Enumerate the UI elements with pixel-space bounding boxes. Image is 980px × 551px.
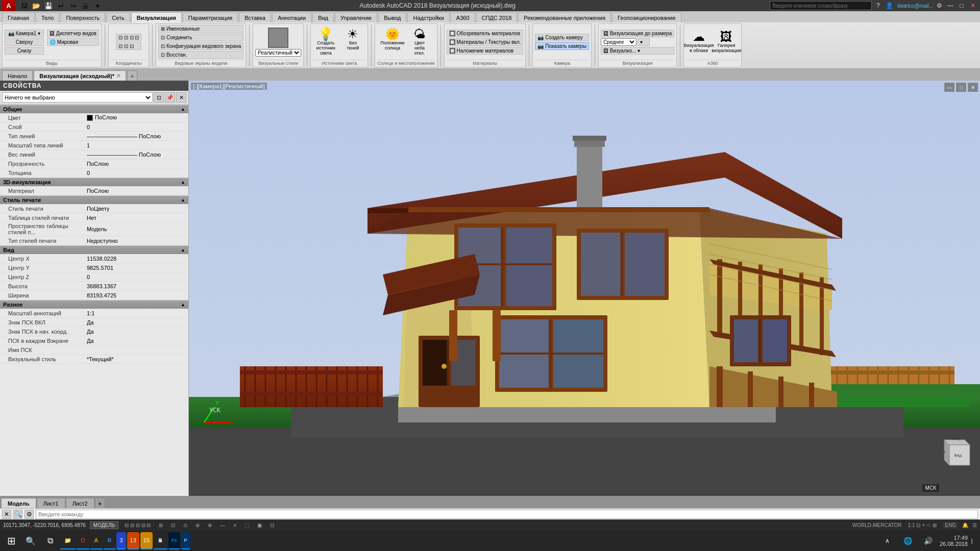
tab-geopozitsionirovanie[interactable]: Геопозиционирование [612, 12, 681, 22]
navigation-cube[interactable]: Спер. Вид Л [934, 430, 975, 470]
prop-toggle-btn[interactable]: ⊡ [154, 92, 164, 103]
prop-pin-btn[interactable]: 📌 [165, 92, 175, 103]
show-cameras-button[interactable]: 📷 Показать камеры [535, 42, 589, 50]
status-lineweight-btn[interactable]: ≡ [231, 522, 238, 529]
taskbar-app13[interactable]: 13 [127, 532, 139, 549]
tray-network[interactable]: 🌐 [899, 532, 917, 550]
status-notif-btn[interactable]: 🔔 [962, 522, 968, 528]
app-menu-button[interactable]: A [2, 0, 15, 11]
prop-close-btn[interactable]: ✕ [176, 92, 186, 103]
vp-close-btn[interactable]: ✕ [968, 83, 978, 92]
visual-style-select[interactable]: Реалистичный [255, 49, 301, 57]
status-grid-btn[interactable]: ⊞ [157, 522, 165, 529]
user-icon[interactable]: 👤 [884, 1, 894, 11]
prop-print-type[interactable]: Тип стилей печати Недоступно [0, 236, 188, 245]
status-otrack-btn[interactable]: — [218, 522, 227, 529]
open-button[interactable]: 📂 [31, 0, 42, 11]
prop-width[interactable]: Ширина 83193.4725 [0, 291, 188, 300]
status-3dosnap-btn[interactable]: ⊕ [206, 522, 214, 529]
named-viewport-button[interactable]: ⊞ Именованные [158, 25, 243, 33]
maximize-button[interactable]: □ [957, 1, 967, 11]
prop-material[interactable]: Материал ПоСлою [0, 186, 188, 195]
render-quality-select[interactable]: Среднее [601, 38, 636, 46]
tab-annotatsii[interactable]: Аннотации [272, 12, 311, 22]
section-view-header[interactable]: Вид ▲ [0, 245, 188, 254]
tab-vizualizatsiya[interactable]: Визуализация [131, 12, 182, 22]
taskbar-revit[interactable]: R [104, 532, 116, 549]
search-button[interactable]: 🔍 [21, 532, 40, 550]
prop-ucs-viewport[interactable]: ПСК в каждом Вэкране Да [0, 336, 188, 345]
show-desktop[interactable]: | [970, 532, 974, 550]
close-tab-icon[interactable]: ✕ [116, 73, 120, 79]
sky-color-button[interactable]: 🌤 Цвет неба откл. [407, 26, 432, 58]
taskbar-app3ds[interactable]: 3 [116, 532, 126, 549]
model-tab-model[interactable]: Модель [1, 498, 36, 508]
status-lang[interactable]: ENG [943, 522, 958, 529]
undo-button[interactable]: ↩ [55, 0, 66, 11]
tab-upravlenie[interactable]: Управление [335, 12, 377, 22]
status-transparency-btn[interactable]: ⬚ [242, 522, 251, 529]
tray-volume[interactable]: 🔊 [919, 532, 938, 550]
top-view-button[interactable]: Сверху [5, 38, 44, 46]
section-3d-header[interactable]: 3D-визуализация ▲ [0, 178, 188, 186]
coord-btn1[interactable]: ⊡ ⊡ ⊡ ⊡ [116, 34, 141, 41]
tab-nadstroyki[interactable]: Надстройки [407, 12, 449, 22]
prop-height[interactable]: Высота 36883.1367 [0, 282, 188, 291]
model-tab-sheet1[interactable]: Лист1 [37, 498, 65, 508]
no-shadows-button[interactable]: ☀ Без теней [340, 26, 365, 53]
prop-linetype-scale[interactable]: Масштаб типа линий 1 [0, 141, 188, 150]
status-settings-btn[interactable]: ☰ [972, 522, 977, 528]
bottom-view-button[interactable]: Снизу [5, 47, 44, 55]
prop-ucs-icon[interactable]: Знак ПСК ВКЛ Да [0, 318, 188, 327]
join-viewport-button[interactable]: ⊡ Соединить [158, 34, 243, 41]
model-tab-sheet2[interactable]: Лист2 [66, 498, 94, 508]
taskbar-calc[interactable]: 🖩 [154, 532, 167, 549]
status-gizmo-btn[interactable]: ⊡ [268, 522, 276, 529]
command-input[interactable] [36, 510, 978, 519]
status-mode[interactable]: МОДЕЛЬ [90, 521, 118, 529]
status-snap-btn[interactable]: ⊟ ⊟ ⊟ ⊟ ⊟ [122, 522, 153, 529]
new-tab-button[interactable]: + [127, 70, 137, 81]
vp-maximize-btn[interactable]: □ [956, 83, 966, 92]
cmd-settings-btn[interactable]: ⚙ [24, 510, 34, 519]
render-size-btn[interactable]: ▾ [638, 38, 650, 46]
section-print-header[interactable]: Стиль печати ▲ [0, 195, 188, 204]
prop-center-x[interactable]: Центр X 11538.0228 [0, 254, 188, 263]
config-viewport-button[interactable]: ⊡ Конфигурация видового экрана [158, 42, 243, 50]
tray-show-hidden[interactable]: ∧ [878, 532, 897, 550]
tab-parametrizatsiya[interactable]: Параметризация [183, 12, 238, 22]
taskbar-app15[interactable]: 15 [140, 532, 153, 549]
restore-viewport-button[interactable]: ⊡ Восстан. [158, 51, 243, 59]
tab-telo[interactable]: Тело [36, 12, 60, 22]
camera1-button[interactable]: 📷 Камера1 ▾ [5, 30, 44, 37]
tab-poverkhnost[interactable]: Поверхность [60, 12, 105, 22]
doc-tab-main[interactable]: Визуализация (исходный)* ✕ [34, 70, 126, 81]
materials-mapping-button[interactable]: 🔲 Наложение материалов [447, 47, 524, 55]
cmd-close-btn[interactable]: ✕ [2, 510, 11, 519]
materials-textures-button[interactable]: 🔲 Материалы / Текстуры вкл. [447, 38, 524, 46]
status-polar-btn[interactable]: ⊙ [181, 522, 189, 529]
doc-tab-home[interactable]: Начало [2, 70, 33, 81]
section-misc-header[interactable]: Разное ▲ [0, 300, 188, 309]
cloud-render-button[interactable]: ☁ Визуализация в облаке [686, 29, 712, 55]
save-button[interactable]: 💾 [43, 0, 54, 11]
system-clock[interactable]: 17:49 26.08.2018 [940, 535, 968, 547]
help-icon[interactable]: ? [873, 1, 883, 11]
prop-annot-scale[interactable]: Масштаб аннотаций 1:1 [0, 309, 188, 318]
coord-btn2[interactable]: ⊡ ⊡ ⊡ [116, 42, 141, 50]
prop-layer[interactable]: Слой 0 [0, 122, 188, 132]
prop-ucs-origin[interactable]: Знак ПСК в нач. коорд. Да [0, 327, 188, 336]
start-button[interactable]: ⊞ [2, 532, 20, 550]
prop-thickness[interactable]: Толщина 0 [0, 168, 188, 178]
sun-position-button[interactable]: 🌞 Положение солнца [380, 26, 405, 53]
status-ortho-btn[interactable]: ⊡ [169, 522, 177, 529]
taskview-button[interactable]: ⧉ [41, 532, 59, 550]
tab-vstavka[interactable]: Вставка [239, 12, 271, 22]
taskbar-file-explorer[interactable]: 📁 [60, 532, 76, 549]
render-to-size-button[interactable]: 🖼 Визуализация до размера [601, 30, 674, 37]
render-gallery-button[interactable]: 🖼 Галерея визуализации [714, 29, 739, 55]
vp-minimize-btn[interactable]: — [944, 83, 954, 92]
viewport[interactable]: [-][Камера1][Реалистичный] — □ ✕ [189, 81, 980, 496]
tab-vyvod[interactable]: Вывод [378, 12, 406, 22]
search-input[interactable] [770, 1, 872, 10]
